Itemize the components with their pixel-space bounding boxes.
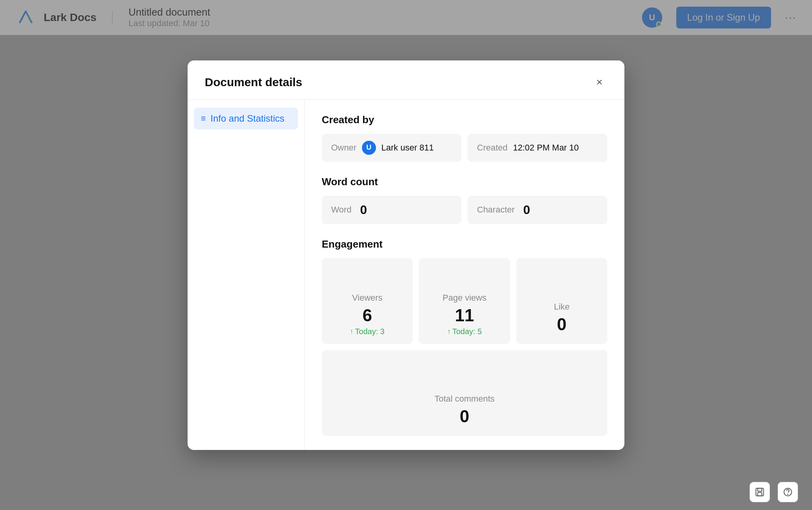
engagement-grid: Viewers6↑ Today: 3Page views11↑ Today: 5… bbox=[322, 258, 607, 436]
svg-rect-1 bbox=[758, 488, 762, 491]
bottom-bar bbox=[736, 474, 812, 510]
engagement-card: Viewers6↑ Today: 3 bbox=[322, 258, 413, 344]
character-label: Character bbox=[477, 205, 515, 215]
created-card: Created 12:02 PM Mar 10 bbox=[468, 134, 607, 162]
modal-header: Document details × bbox=[188, 60, 624, 100]
engagement-card: Page views11↑ Today: 5 bbox=[419, 258, 510, 344]
engagement-card-label: Page views bbox=[443, 293, 487, 303]
owner-avatar: U bbox=[362, 141, 376, 155]
engagement-card: Total comments0 bbox=[322, 350, 607, 436]
character-value: 0 bbox=[523, 203, 530, 217]
modal-sidebar: ≡ Info and Statistics bbox=[188, 100, 305, 450]
engagement-card-label: Like bbox=[554, 302, 569, 312]
engagement-card-label: Total comments bbox=[434, 394, 495, 404]
owner-label: Owner bbox=[331, 143, 356, 153]
document-details-modal: Document details × ≡ Info and Statistics… bbox=[188, 60, 624, 450]
character-card: Character 0 bbox=[468, 196, 607, 224]
owner-name: Lark user 811 bbox=[381, 143, 434, 153]
engagement-card-label: Viewers bbox=[352, 293, 383, 303]
engagement-card-value: 0 bbox=[557, 316, 566, 333]
engagement-card-value: 6 bbox=[362, 307, 372, 324]
engagement-card-value: 0 bbox=[460, 408, 469, 425]
word-card: Word 0 bbox=[322, 196, 461, 224]
close-button[interactable]: × bbox=[592, 74, 607, 90]
sidebar-item-label: Info and Statistics bbox=[211, 113, 284, 124]
modal-overlay: Document details × ≡ Info and Statistics… bbox=[0, 0, 812, 510]
engagement-card-today: ↑ Today: 3 bbox=[350, 327, 385, 336]
svg-rect-2 bbox=[758, 492, 762, 496]
created-by-row: Owner U Lark user 811 Created 12:02 PM M… bbox=[322, 134, 607, 162]
created-value: 12:02 PM Mar 10 bbox=[513, 143, 579, 153]
word-label: Word bbox=[331, 205, 351, 215]
word-value: 0 bbox=[360, 203, 367, 217]
owner-card: Owner U Lark user 811 bbox=[322, 134, 461, 162]
info-statistics-icon: ≡ bbox=[201, 113, 206, 124]
today-arrow-icon: ↑ bbox=[447, 328, 451, 336]
created-by-section-title: Created by bbox=[322, 114, 607, 126]
svg-rect-0 bbox=[756, 488, 764, 496]
modal-main-content: Created by Owner U Lark user 811 Created… bbox=[305, 100, 624, 450]
engagement-card-value: 11 bbox=[455, 307, 474, 324]
sidebar-item-info-and-statistics[interactable]: ≡ Info and Statistics bbox=[194, 108, 298, 129]
save-icon[interactable] bbox=[750, 482, 770, 502]
svg-point-4 bbox=[787, 494, 788, 494]
modal-title: Document details bbox=[205, 76, 302, 89]
engagement-section-title: Engagement bbox=[322, 238, 607, 250]
today-arrow-icon: ↑ bbox=[350, 328, 353, 336]
help-icon[interactable] bbox=[778, 482, 798, 502]
modal-body: ≡ Info and Statistics Created by Owner U… bbox=[188, 100, 624, 450]
word-count-row: Word 0 Character 0 bbox=[322, 196, 607, 224]
word-count-section-title: Word count bbox=[322, 176, 607, 188]
created-label: Created bbox=[477, 143, 507, 153]
engagement-card-today: ↑ Today: 5 bbox=[447, 327, 482, 336]
engagement-card: Like0 bbox=[516, 258, 607, 344]
